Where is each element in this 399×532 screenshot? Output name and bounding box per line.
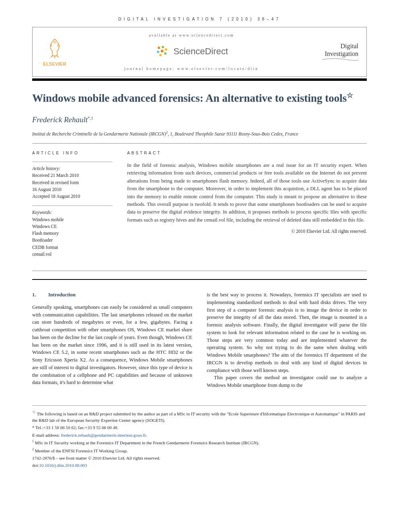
history-label: Article history: [32,165,113,172]
footnote-doi: doi:10.1016/j.diin.2010.08.003 [32,462,367,469]
black-divider-bar [32,78,367,81]
journal-cover-title: Digital Investigation [314,42,358,62]
abstract-text: In the field of forensic analysis, Windo… [127,162,367,224]
author-marks: *,1 [88,115,93,120]
sciencedirect-icon [155,44,169,58]
svg-point-8 [164,52,167,55]
email-link[interactable]: frederick.rehault@gendarmerie.interieur.… [61,433,146,438]
body-paragraph: Generally speaking, smartphones can easi… [32,304,192,386]
available-at-text: available at www.sciencedirect.com [69,32,314,38]
svg-point-9 [159,54,162,56]
elsevier-name: ELSEVIER [41,61,69,68]
svg-point-4 [162,46,164,48]
keywords-block: Keywords: Windows mobile Windows CE Flas… [32,205,113,258]
history-revised-line2: 16 August 2010 [32,186,113,193]
footnote-tel: * Tel.:+33 1 58 66 50 62; fax:+33 9 55 6… [32,424,367,431]
rule [32,271,367,271]
body-column-right: is the best way to process it. Nowadays,… [207,291,367,389]
keyword: Windows CE [32,223,113,230]
article-history: Article history: Received 21 March 2010 … [32,162,113,200]
authors: Frederick Rehault*,1 [32,114,367,126]
article-title: Windows mobile advanced forensics: An al… [32,90,367,105]
rule [32,143,367,144]
svg-point-6 [157,51,159,53]
elsevier-logo: ELSEVIER [41,37,69,68]
svg-point-7 [161,50,164,53]
footnote-1: 1 MSc in IT Security working at the Fore… [32,439,367,446]
journal-running-head: DIGITAL INVESTIGATION 7 (2010) 38–47 [32,16,367,22]
svg-point-3 [158,47,160,49]
abstract-copyright: © 2010 Elsevier Ltd. All rights reserved… [127,228,367,235]
abstract-column: ABSTRACT In the field of forensic analys… [127,150,367,263]
article-info-column: ARTICLE INFO Article history: Received 2… [32,150,113,263]
footnote-star: ☆ The following is based on an R&D proje… [32,409,367,424]
footnote-2: 2 Member of the ENFSI Forensics IT Worki… [32,447,367,454]
doi-link[interactable]: 10.1016/j.diin.2010.08.003 [39,463,87,468]
svg-point-2 [54,41,56,43]
footnote-issn: 1742-2876/$ – see front matter © 2010 El… [32,455,367,462]
keyword: Flash memory [32,230,113,237]
body-paragraph: This paper covers the method an investig… [207,374,367,389]
body-paragraph: is the best way to process it. Nowadays,… [207,291,367,374]
svg-point-5 [165,48,167,51]
thick-rule [32,279,367,280]
abstract-heading: ABSTRACT [127,150,367,156]
history-revised-line1: Received in revised form [32,179,113,186]
footnote-email: E-mail address: frederick.rehault@gendar… [32,432,367,439]
article-info-heading: ARTICLE INFO [32,150,113,156]
sciencedirect-text: ScienceDirect [173,45,228,58]
star-icon: ☆ [32,410,36,414]
sciencedirect-logo: ScienceDirect [69,44,314,58]
keyword: cemail.vol [32,251,113,258]
keyword: Windows mobile [32,216,113,223]
history-accepted: Accepted 18 August 2010 [32,193,113,200]
body-columns: 1.Introduction Generally speaking, smart… [32,291,367,389]
masthead-center: available at www.sciencedirect.com Scien… [69,32,314,72]
footnotes: ☆ The following is based on an R&D proje… [32,405,367,469]
keyword: CEDB format [32,244,113,251]
title-footnote-star-icon: ☆ [347,91,353,99]
masthead-box: ELSEVIER available at www.sciencedirect.… [32,27,367,77]
section-heading-introduction: 1.Introduction [32,291,192,299]
elsevier-tree-icon [43,37,66,59]
history-received: Received 21 March 2010 [32,172,113,179]
info-abstract-row: ARTICLE INFO Article history: Received 2… [32,150,367,263]
keyword: Bootloader [32,237,113,244]
keywords-label: Keywords: [32,209,113,216]
body-column-left: 1.Introduction Generally speaking, smart… [32,291,192,389]
journal-homepage: journal homepage: www.elsevier.com/locat… [69,66,314,72]
affiliation: Institut de Recherche Criminelle de la G… [32,130,367,138]
